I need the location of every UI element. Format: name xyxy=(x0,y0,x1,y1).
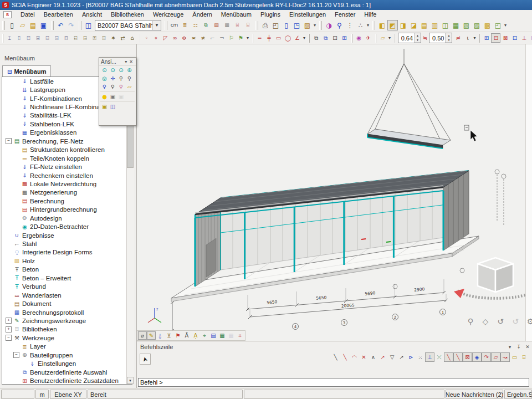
member-node-button[interactable]: ⍐ xyxy=(90,33,99,43)
view-axo-icon[interactable]: ⊕ xyxy=(125,66,134,74)
tree-berechnung[interactable]: ▤ Berechnung xyxy=(2,197,132,205)
clip-box-icon[interactable]: ▱ xyxy=(125,83,134,91)
navigation-cube[interactable] xyxy=(454,258,526,299)
snap-ruler-button[interactable]: ▭ xyxy=(510,352,519,362)
undo-button[interactable]: ↶ xyxy=(55,20,66,30)
panel-dropdown-icon[interactable]: ▾ xyxy=(505,344,514,350)
toolbar-grip[interactable] xyxy=(309,34,310,43)
snap-node-button[interactable]: ⊠ xyxy=(463,352,472,362)
tree-benutzerdefinierte-auswahl[interactable]: ⧉ Benutzerdefinierte Auswahl xyxy=(2,368,132,376)
status-plane[interactable]: Ebene XY xyxy=(50,390,86,399)
snap-midpoint-button[interactable]: ╲ xyxy=(444,352,453,362)
tree-lokale-netzverdichtung[interactable]: ▩ Lokale Netzverdichtung xyxy=(2,180,132,188)
workspace-panel-button[interactable]: ◫ xyxy=(83,20,94,30)
toolbar-grip[interactable] xyxy=(375,34,376,43)
mesh-button[interactable]: ⚏ xyxy=(190,20,201,30)
pdf-3d-icon[interactable]: ◫ xyxy=(109,103,117,111)
zoom-rotate-icon[interactable]: ⚲ xyxy=(125,74,134,83)
select-5-button[interactable]: ⊥ xyxy=(519,33,529,43)
view-param-4-button[interactable]: ◪ xyxy=(408,20,419,30)
section2-button[interactable]: ⌹ xyxy=(243,20,253,30)
tree-stahl[interactable]: ⌐ Stahl xyxy=(2,239,132,248)
zoom-selection-icon[interactable]: ⚲ xyxy=(117,83,125,91)
show-supports-button[interactable]: ⍙ xyxy=(156,331,165,340)
haunch-button[interactable]: ⌐ xyxy=(208,33,217,43)
axes-icon[interactable]: ✛ xyxy=(109,74,117,83)
dim-text-button[interactable]: Ā xyxy=(182,331,191,340)
view-param-11-button[interactable]: ▩ xyxy=(482,20,493,30)
export-button[interactable]: ◳ xyxy=(291,20,302,30)
view-settings-icon[interactable]: ⚙ xyxy=(525,316,532,326)
tree-bauteilgruppen[interactable]: − ⊛ Bauteilgruppen xyxy=(2,351,132,359)
view-param-5-button[interactable]: ▤ xyxy=(419,20,429,30)
activity-button[interactable]: ⧉ xyxy=(201,20,211,30)
command-input[interactable] xyxy=(138,378,529,387)
tree-fe-netz-einstellen[interactable]: ⇓ FE-Netz einstellen xyxy=(2,162,132,171)
mdi-document-icon[interactable]: S xyxy=(3,11,12,18)
clipboard-button[interactable]: ▤ xyxy=(211,20,222,30)
tree-integrierte-design-forms[interactable]: ⍜ Integrierte Design Forms xyxy=(2,248,132,257)
view-param-7-button[interactable]: ◫ xyxy=(440,20,451,30)
tree-bibliotheken[interactable]: + ⌸ Bibliotheken xyxy=(2,325,132,334)
fly-mode-button[interactable]: ✈ xyxy=(364,33,373,43)
snap-cursor-button[interactable]: ⊳ xyxy=(406,352,416,362)
tree-expander-icon[interactable]: − xyxy=(6,138,12,144)
support-button[interactable]: ⌖ xyxy=(151,33,161,43)
snap-end-button[interactable]: ╲ xyxy=(453,352,463,362)
spinner-down-icon[interactable]: ▼ xyxy=(446,38,452,43)
tree-ergebnisklassen[interactable]: ▦ Ergebnisklassen xyxy=(2,129,132,137)
save-button[interactable]: ▣ xyxy=(38,20,49,30)
tree-verbund[interactable]: Ŧ Verbund xyxy=(2,283,132,291)
status-results[interactable]: Ergebn.S xyxy=(504,390,532,399)
tree-einstellungen[interactable]: ⇓ Einstellungen xyxy=(2,359,132,367)
multi-copy-button[interactable]: ⧉ xyxy=(321,33,330,43)
menu-aendern[interactable]: Ändern xyxy=(188,11,216,18)
ansicht-dropdown-icon[interactable]: ▾ xyxy=(124,59,128,64)
move-button[interactable]: ⊡ xyxy=(330,33,340,43)
rib-button[interactable]: ¬ xyxy=(217,33,227,43)
tree-berechnung-fe-netz[interactable]: − ▤ Berechnung, FE-Netz xyxy=(2,137,132,145)
text-lamp-button[interactable]: Ạ xyxy=(191,331,200,340)
tree-werkzeuge[interactable]: − ⚒ Werkzeuge xyxy=(2,334,132,342)
member-rib-button[interactable]: ⌼ xyxy=(62,33,71,43)
member-swap-button[interactable]: ⇄ xyxy=(118,33,127,43)
toolbar-grip[interactable] xyxy=(252,34,253,43)
menu-fenster[interactable]: Fenster xyxy=(330,11,360,18)
menu-werkzeuge[interactable]: Werkzeuge xyxy=(149,11,188,18)
tree-netzgenerierung[interactable]: ▩ Netzgenerierung xyxy=(2,188,132,197)
member-star-button[interactable]: ✶ xyxy=(109,33,118,43)
toolbar-grip[interactable] xyxy=(2,34,3,43)
snap-intersect-button[interactable]: ⤫ xyxy=(434,352,444,362)
combo-dropdown-icon[interactable]: ▼ xyxy=(152,21,161,30)
cross-link-button[interactable]: ∞ xyxy=(170,33,180,43)
snap-vector-button[interactable]: ↗ xyxy=(378,352,387,362)
print-preview-button[interactable]: ◰ xyxy=(270,20,281,30)
tree-strukturdaten[interactable]: ▤ Strukturdaten kontrollieren xyxy=(2,146,132,154)
view-param-8-button[interactable]: ▦ xyxy=(451,20,461,30)
toolbar-grip[interactable] xyxy=(319,21,322,30)
snap-angle-button[interactable]: ∧ xyxy=(369,352,378,362)
snap-endpoint-button[interactable]: ╲ xyxy=(340,352,350,362)
scale-1n-button[interactable]: ⍳ xyxy=(463,33,472,43)
snap-center-button[interactable]: ◈ xyxy=(472,352,482,362)
tree-benutzerdefinierte-zusatzdaten[interactable]: ⊞ Benutzerdefinierte Zusatzdaten xyxy=(2,376,132,385)
menu-ansicht[interactable]: Ansicht xyxy=(78,11,106,18)
member-house-button[interactable]: ⌂ xyxy=(127,33,137,43)
tree-expander-icon[interactable]: − xyxy=(13,352,19,358)
tree-hintergrundberechnung[interactable]: ▤ Hintergrundberechnung xyxy=(2,206,132,214)
status-units[interactable]: m xyxy=(35,390,49,399)
visibility-button[interactable]: ◑ xyxy=(324,20,334,30)
rotate-view-icon[interactable]: ⚲ xyxy=(117,74,125,83)
show-labels-button[interactable]: ⚑ xyxy=(173,331,182,340)
shading-button[interactable]: ✎ xyxy=(147,331,156,340)
tree-expander-icon[interactable]: − xyxy=(6,335,12,341)
menu-menuebaum[interactable]: Menübaum xyxy=(217,11,256,18)
member-haunch-button[interactable]: ⍇ xyxy=(71,33,80,43)
snap-ortho-button[interactable]: ⊥ xyxy=(425,352,434,362)
view-y-icon[interactable]: ⊙ xyxy=(109,66,117,74)
toolbar-overflow-icon[interactable]: ▾ xyxy=(504,23,507,28)
toolbar-grip[interactable] xyxy=(351,34,352,43)
menu-hilfe[interactable]: Hilfe xyxy=(360,11,381,18)
select-4-button[interactable]: ⊡ xyxy=(510,33,519,43)
view-param-3-button[interactable]: ◨ xyxy=(398,20,408,30)
